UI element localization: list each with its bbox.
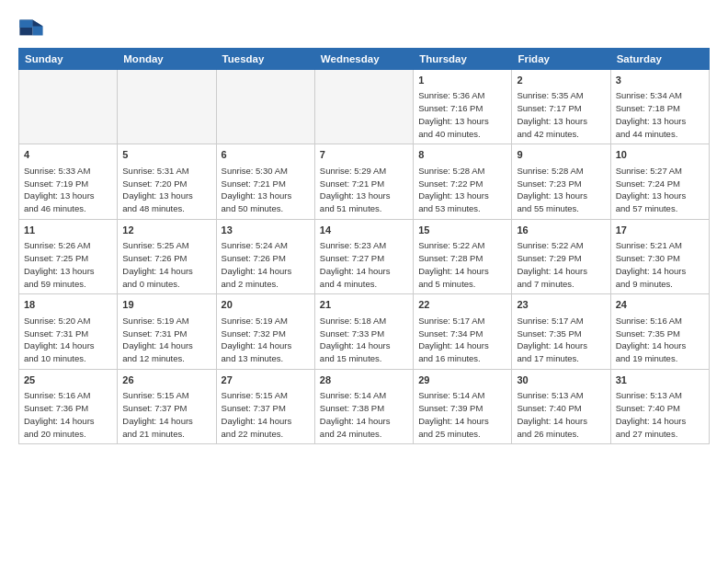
day-number: 29: [418, 373, 506, 387]
calendar-week-1: 1Sunrise: 5:36 AM Sunset: 7:16 PM Daylig…: [19, 70, 710, 144]
calendar-cell: 23Sunrise: 5:17 AM Sunset: 7:35 PM Dayli…: [512, 294, 610, 369]
day-info: Sunrise: 5:15 AM Sunset: 7:37 PM Dayligh…: [122, 389, 210, 440]
calendar-table: SundayMondayTuesdayWednesdayThursdayFrid…: [18, 48, 710, 444]
day-info: Sunrise: 5:19 AM Sunset: 7:32 PM Dayligh…: [222, 315, 310, 365]
day-info: Sunrise: 5:36 AM Sunset: 7:16 PM Dayligh…: [418, 89, 506, 140]
day-info: Sunrise: 5:13 AM Sunset: 7:40 PM Dayligh…: [517, 389, 605, 440]
calendar-cell: 28Sunrise: 5:14 AM Sunset: 7:38 PM Dayli…: [314, 369, 413, 443]
day-number: 11: [24, 224, 112, 237]
day-info: Sunrise: 5:17 AM Sunset: 7:34 PM Dayligh…: [418, 315, 506, 365]
page-container: SundayMondayTuesdayWednesdayThursdayFrid…: [0, 0, 728, 454]
calendar-cell: 1Sunrise: 5:36 AM Sunset: 7:16 PM Daylig…: [414, 70, 512, 144]
calendar-cell: 30Sunrise: 5:13 AM Sunset: 7:40 PM Dayli…: [512, 369, 610, 443]
day-number: 30: [517, 373, 605, 387]
day-number: 8: [418, 148, 506, 162]
day-number: 2: [517, 74, 605, 87]
day-number: 5: [122, 148, 210, 162]
day-number: 14: [320, 224, 408, 237]
calendar-cell: 4Sunrise: 5:33 AM Sunset: 7:19 PM Daylig…: [19, 144, 118, 219]
day-number: 22: [418, 298, 506, 312]
calendar-cell: 18Sunrise: 5:20 AM Sunset: 7:31 PM Dayli…: [19, 294, 118, 369]
calendar-cell: 17Sunrise: 5:21 AM Sunset: 7:30 PM Dayli…: [610, 219, 709, 293]
day-number: 24: [616, 298, 704, 312]
day-number: 7: [320, 148, 408, 162]
day-info: Sunrise: 5:15 AM Sunset: 7:37 PM Dayligh…: [222, 389, 310, 440]
calendar-cell: 29Sunrise: 5:14 AM Sunset: 7:39 PM Dayli…: [414, 369, 512, 443]
logo: [18, 15, 48, 40]
calendar-cell: 15Sunrise: 5:22 AM Sunset: 7:28 PM Dayli…: [414, 219, 512, 293]
day-number: 23: [517, 298, 605, 312]
day-number: 9: [517, 148, 605, 162]
day-info: Sunrise: 5:18 AM Sunset: 7:33 PM Dayligh…: [320, 315, 408, 365]
day-info: Sunrise: 5:22 AM Sunset: 7:29 PM Dayligh…: [517, 239, 605, 290]
calendar-cell: 5Sunrise: 5:31 AM Sunset: 7:20 PM Daylig…: [118, 144, 216, 219]
day-info: Sunrise: 5:29 AM Sunset: 7:21 PM Dayligh…: [320, 165, 408, 215]
calendar-cell: 19Sunrise: 5:19 AM Sunset: 7:31 PM Dayli…: [118, 294, 216, 369]
calendar-week-5: 25Sunrise: 5:16 AM Sunset: 7:36 PM Dayli…: [19, 369, 710, 443]
calendar-cell: 6Sunrise: 5:30 AM Sunset: 7:21 PM Daylig…: [216, 144, 314, 219]
calendar-week-4: 18Sunrise: 5:20 AM Sunset: 7:31 PM Dayli…: [19, 294, 710, 369]
calendar-cell: 16Sunrise: 5:22 AM Sunset: 7:29 PM Dayli…: [512, 219, 610, 293]
day-info: Sunrise: 5:14 AM Sunset: 7:38 PM Dayligh…: [320, 389, 408, 440]
svg-rect-4: [19, 20, 32, 28]
day-info: Sunrise: 5:33 AM Sunset: 7:19 PM Dayligh…: [24, 165, 112, 215]
day-info: Sunrise: 5:13 AM Sunset: 7:40 PM Dayligh…: [616, 389, 704, 440]
day-info: Sunrise: 5:14 AM Sunset: 7:39 PM Dayligh…: [418, 389, 506, 440]
day-info: Sunrise: 5:22 AM Sunset: 7:28 PM Dayligh…: [418, 239, 506, 290]
day-info: Sunrise: 5:26 AM Sunset: 7:25 PM Dayligh…: [24, 239, 112, 290]
day-number: 10: [616, 148, 704, 162]
day-info: Sunrise: 5:28 AM Sunset: 7:22 PM Dayligh…: [418, 165, 506, 215]
day-number: 16: [517, 224, 605, 237]
day-number: 25: [24, 373, 112, 387]
calendar-cell: 22Sunrise: 5:17 AM Sunset: 7:34 PM Dayli…: [414, 294, 512, 369]
day-info: Sunrise: 5:17 AM Sunset: 7:35 PM Dayligh…: [517, 315, 605, 365]
day-info: Sunrise: 5:30 AM Sunset: 7:21 PM Dayligh…: [222, 165, 310, 215]
day-number: 20: [222, 298, 310, 312]
calendar-header-row: SundayMondayTuesdayWednesdayThursdayFrid…: [19, 49, 710, 70]
day-info: Sunrise: 5:16 AM Sunset: 7:35 PM Dayligh…: [616, 315, 704, 365]
calendar-cell: 3Sunrise: 5:34 AM Sunset: 7:18 PM Daylig…: [610, 70, 709, 144]
calendar-header-friday: Friday: [512, 49, 610, 70]
calendar-cell: 26Sunrise: 5:15 AM Sunset: 7:37 PM Dayli…: [118, 369, 216, 443]
calendar-header-wednesday: Wednesday: [314, 49, 413, 70]
day-info: Sunrise: 5:34 AM Sunset: 7:18 PM Dayligh…: [616, 89, 704, 140]
calendar-header-sunday: Sunday: [19, 49, 118, 70]
calendar-header-monday: Monday: [118, 49, 216, 70]
day-number: 31: [616, 373, 704, 387]
calendar-cell: 10Sunrise: 5:27 AM Sunset: 7:24 PM Dayli…: [610, 144, 709, 219]
day-info: Sunrise: 5:19 AM Sunset: 7:31 PM Dayligh…: [122, 315, 210, 365]
day-info: Sunrise: 5:25 AM Sunset: 7:26 PM Dayligh…: [122, 239, 210, 290]
calendar-cell: 2Sunrise: 5:35 AM Sunset: 7:17 PM Daylig…: [512, 70, 610, 144]
day-number: 6: [222, 148, 310, 162]
day-info: Sunrise: 5:20 AM Sunset: 7:31 PM Dayligh…: [24, 315, 112, 365]
day-number: 26: [122, 373, 210, 387]
day-number: 28: [320, 373, 408, 387]
logo-icon: [18, 15, 44, 40]
day-info: Sunrise: 5:35 AM Sunset: 7:17 PM Dayligh…: [517, 89, 605, 140]
calendar-cell: 11Sunrise: 5:26 AM Sunset: 7:25 PM Dayli…: [19, 219, 118, 293]
calendar-cell: 14Sunrise: 5:23 AM Sunset: 7:27 PM Dayli…: [314, 219, 413, 293]
calendar-cell: 21Sunrise: 5:18 AM Sunset: 7:33 PM Dayli…: [314, 294, 413, 369]
calendar-week-2: 4Sunrise: 5:33 AM Sunset: 7:19 PM Daylig…: [19, 144, 710, 219]
calendar-cell: [118, 70, 216, 144]
day-info: Sunrise: 5:24 AM Sunset: 7:26 PM Dayligh…: [222, 239, 310, 290]
day-number: 4: [24, 148, 112, 162]
day-info: Sunrise: 5:23 AM Sunset: 7:27 PM Dayligh…: [320, 239, 408, 290]
day-number: 15: [418, 224, 506, 237]
day-number: 17: [616, 224, 704, 237]
header: [18, 15, 710, 40]
calendar-header-saturday: Saturday: [610, 49, 709, 70]
day-info: Sunrise: 5:21 AM Sunset: 7:30 PM Dayligh…: [616, 239, 704, 290]
calendar-header-thursday: Thursday: [414, 49, 512, 70]
calendar-week-3: 11Sunrise: 5:26 AM Sunset: 7:25 PM Dayli…: [19, 219, 710, 293]
day-number: 21: [320, 298, 408, 312]
day-number: 3: [616, 74, 704, 87]
day-number: 27: [222, 373, 310, 387]
calendar-cell: 8Sunrise: 5:28 AM Sunset: 7:22 PM Daylig…: [414, 144, 512, 219]
calendar-cell: 27Sunrise: 5:15 AM Sunset: 7:37 PM Dayli…: [216, 369, 314, 443]
day-number: 12: [122, 224, 210, 237]
calendar-cell: 31Sunrise: 5:13 AM Sunset: 7:40 PM Dayli…: [610, 369, 709, 443]
calendar-cell: 7Sunrise: 5:29 AM Sunset: 7:21 PM Daylig…: [314, 144, 413, 219]
calendar-cell: [314, 70, 413, 144]
day-number: 18: [24, 298, 112, 312]
